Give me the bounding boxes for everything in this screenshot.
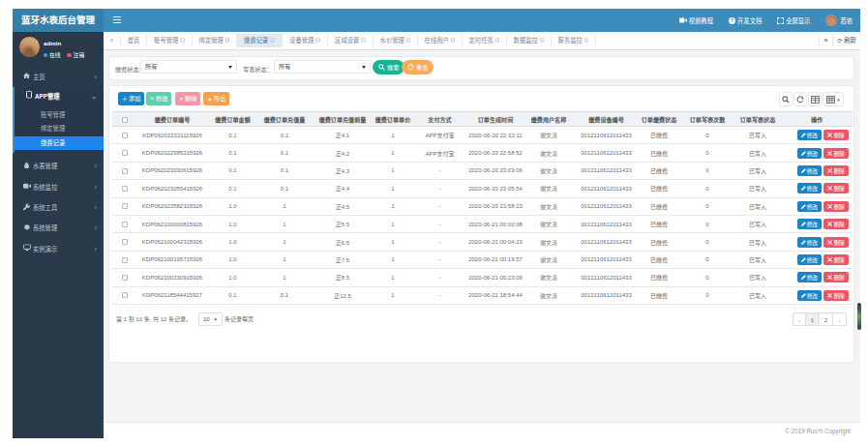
- svg-text:?: ?: [731, 17, 733, 23]
